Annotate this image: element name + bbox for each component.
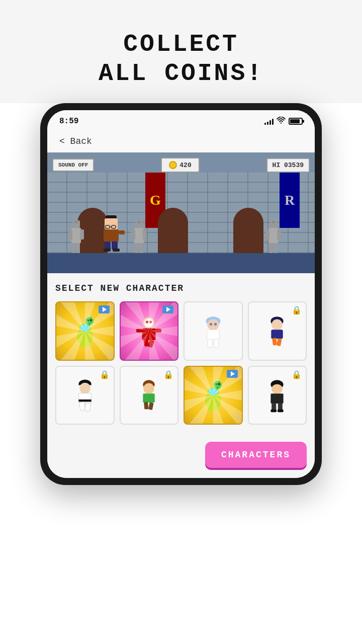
hi-score-display: HI 03539 bbox=[266, 158, 310, 173]
video-badge-2 bbox=[162, 305, 173, 313]
game-hud: SOUND OFF 420 HI 03539 bbox=[47, 157, 315, 173]
svg-rect-33 bbox=[112, 242, 118, 250]
play-icon-1 bbox=[103, 307, 107, 312]
char-card-5[interactable]: 🔒 bbox=[55, 366, 115, 425]
svg-rect-30 bbox=[104, 229, 119, 242]
signal-bar-4 bbox=[272, 119, 274, 125]
anime-runner-sprite bbox=[259, 313, 295, 349]
characters-button[interactable]: CHARACTERS bbox=[205, 442, 307, 468]
svg-rect-14 bbox=[140, 243, 143, 253]
wifi-icon bbox=[277, 117, 286, 126]
svg-rect-90 bbox=[271, 394, 284, 404]
back-button[interactable]: < Back bbox=[47, 130, 315, 152]
kid-fighter-sprite bbox=[131, 377, 167, 413]
svg-rect-22 bbox=[274, 243, 277, 253]
lock-icon-8: 🔒 bbox=[292, 370, 302, 380]
select-section: SELECT NEW CHARACTER bbox=[47, 273, 315, 435]
svg-rect-2 bbox=[71, 228, 81, 243]
svg-rect-93 bbox=[271, 410, 277, 412]
svg-rect-65 bbox=[272, 338, 277, 345]
coins-display: 420 bbox=[161, 157, 199, 173]
svg-point-63 bbox=[272, 319, 283, 331]
svg-rect-31 bbox=[119, 230, 125, 234]
martial-artist-sprite bbox=[67, 377, 103, 413]
svg-rect-6 bbox=[77, 243, 80, 253]
svg-rect-73 bbox=[84, 403, 90, 412]
svg-rect-8 bbox=[75, 221, 77, 223]
arch-door-2 bbox=[158, 208, 188, 253]
svg-point-75 bbox=[143, 383, 154, 394]
game-floor bbox=[47, 253, 315, 273]
svg-rect-92 bbox=[278, 404, 283, 411]
char-card-7[interactable] bbox=[184, 366, 243, 425]
svg-rect-16 bbox=[138, 221, 140, 223]
phone-mockup: 8:59 bbox=[40, 103, 322, 485]
svg-rect-21 bbox=[269, 243, 273, 253]
signal-bars-icon bbox=[264, 118, 274, 125]
svg-rect-20 bbox=[277, 229, 281, 239]
char-card-6[interactable]: 🔒 bbox=[120, 366, 179, 425]
svg-rect-77 bbox=[144, 402, 148, 410]
player-character bbox=[98, 215, 125, 253]
svg-point-56 bbox=[207, 319, 219, 331]
page-wrapper: COLLECT ALL COINS! 8:59 bbox=[0, 0, 362, 644]
knight-statue-1 bbox=[67, 220, 85, 253]
svg-rect-64 bbox=[272, 330, 283, 339]
title-area: COLLECT ALL COINS! bbox=[0, 0, 362, 103]
sound-off-button[interactable]: SOUND OFF bbox=[52, 158, 94, 172]
svg-rect-5 bbox=[72, 243, 75, 253]
char-card-1[interactable] bbox=[55, 301, 115, 361]
lock-icon-6: 🔒 bbox=[163, 370, 173, 380]
knight-statue-3 bbox=[264, 220, 282, 253]
svg-rect-13 bbox=[135, 243, 138, 253]
svg-rect-18 bbox=[268, 228, 278, 243]
svg-rect-10 bbox=[134, 228, 144, 243]
svg-rect-4 bbox=[80, 229, 84, 239]
lock-icon-4: 🔒 bbox=[292, 305, 302, 315]
stealth-sprite bbox=[259, 377, 295, 413]
video-badge-7 bbox=[227, 370, 238, 378]
battery-icon bbox=[289, 118, 303, 125]
play-icon-2 bbox=[166, 307, 170, 312]
svg-rect-66 bbox=[277, 338, 282, 346]
svg-point-0 bbox=[281, 122, 282, 123]
svg-rect-76 bbox=[143, 394, 155, 403]
char-card-2[interactable] bbox=[120, 301, 179, 361]
svg-rect-94 bbox=[278, 410, 284, 412]
char-card-4[interactable]: 🔒 bbox=[248, 301, 307, 361]
svg-rect-71 bbox=[78, 399, 91, 402]
knight-statue-2 bbox=[130, 220, 148, 253]
svg-rect-12 bbox=[143, 229, 147, 239]
coin-icon bbox=[169, 161, 177, 169]
svg-point-89 bbox=[272, 384, 283, 394]
svg-rect-24 bbox=[273, 221, 274, 223]
character-grid: 🔒 bbox=[55, 301, 307, 425]
game-area: SOUND OFF 420 HI 03539 G bbox=[47, 152, 315, 273]
arch-door-3 bbox=[233, 208, 263, 253]
svg-rect-61 bbox=[214, 339, 219, 347]
svg-rect-3 bbox=[68, 229, 72, 239]
svg-rect-78 bbox=[148, 403, 154, 411]
svg-rect-60 bbox=[208, 339, 212, 347]
status-bar: 8:59 bbox=[47, 110, 315, 130]
svg-rect-91 bbox=[272, 404, 276, 411]
play-icon-7 bbox=[231, 371, 235, 376]
lock-icon-5: 🔒 bbox=[100, 370, 110, 380]
char-card-3[interactable] bbox=[184, 301, 243, 361]
main-title: COLLECT ALL COINS! bbox=[10, 30, 352, 88]
banner-blue: R bbox=[280, 173, 300, 228]
svg-rect-35 bbox=[113, 249, 120, 252]
svg-rect-19 bbox=[265, 229, 269, 239]
char-card-8[interactable]: 🔒 bbox=[248, 366, 307, 425]
svg-rect-34 bbox=[104, 249, 111, 252]
svg-rect-32 bbox=[105, 242, 111, 250]
castle-background: G R bbox=[47, 173, 315, 273]
select-title: SELECT NEW CHARACTER bbox=[55, 283, 307, 293]
svg-point-57 bbox=[210, 323, 212, 326]
signal-bar-2 bbox=[267, 122, 268, 125]
svg-point-58 bbox=[214, 323, 217, 326]
anime-fighter-sprite bbox=[195, 313, 231, 349]
characters-button-area: CHARACTERS bbox=[47, 435, 315, 478]
status-icons bbox=[264, 117, 303, 126]
svg-point-69 bbox=[79, 383, 90, 394]
